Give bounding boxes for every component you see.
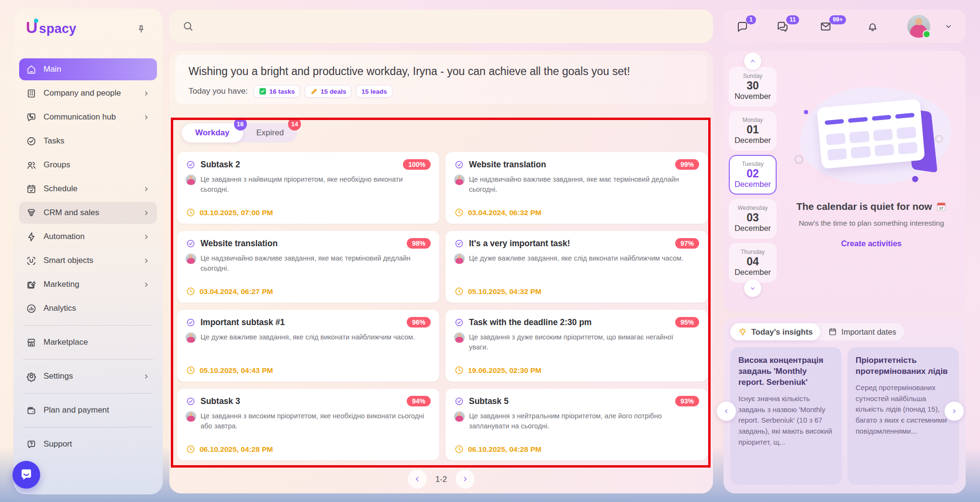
- task-title: Important subtask #1: [200, 317, 402, 327]
- sidebar-item[interactable]: Groups: [19, 154, 157, 176]
- insights-next-button[interactable]: [945, 402, 964, 421]
- date-number: 04: [746, 255, 759, 268]
- calendar-illustration: [791, 82, 960, 189]
- assignee-avatar: [186, 175, 196, 185]
- sidebar-item-label: Tasks: [44, 136, 64, 146]
- insight-card[interactable]: Висока концентрація завдань 'Monthly rep…: [730, 347, 842, 485]
- task-card[interactable]: Website translation 99% Це надзвичайно в…: [445, 152, 708, 224]
- svg-text:17: 17: [939, 206, 944, 210]
- task-check-icon[interactable]: [186, 239, 196, 249]
- bell-icon[interactable]: [866, 20, 879, 33]
- insights-prev-button[interactable]: [717, 402, 736, 421]
- insight-body: Серед протермінованих сутностей найбільш…: [856, 382, 951, 437]
- date-month: December: [735, 224, 771, 233]
- task-check-icon[interactable]: [186, 396, 196, 406]
- insights-tab[interactable]: Today’s insights: [730, 323, 820, 340]
- task-title: Website translation: [200, 239, 402, 249]
- chevron-right-icon: [461, 475, 469, 483]
- chevron-right-icon: [142, 113, 150, 121]
- pin-sidebar-icon[interactable]: [136, 24, 146, 34]
- summary-pill[interactable]: 15 deals: [305, 85, 351, 98]
- task-check-icon[interactable]: [454, 396, 464, 406]
- task-card[interactable]: It's a very important task! 97% Це дуже …: [445, 231, 708, 303]
- sidebar-item[interactable]: Settings: [19, 365, 157, 387]
- sidebar-item[interactable]: Tasks: [19, 130, 157, 152]
- sidebar-item-label: CRM and sales: [44, 208, 99, 218]
- chevron-right-icon: [950, 407, 958, 415]
- task-description: Це завдання з найвищим пріоритетом, яке …: [200, 175, 425, 194]
- sidebar-item[interactable]: CRM and sales: [19, 202, 157, 224]
- task-due-date: 06.10.2025, 04:28 PM: [200, 445, 273, 454]
- sidebar-divider: [23, 359, 153, 360]
- task-check-icon[interactable]: [454, 160, 464, 170]
- date-weekday: Sunday: [743, 73, 763, 79]
- people-icon: [26, 160, 37, 171]
- sidebar-item[interactable]: Support: [19, 433, 157, 455]
- pagination-next-button[interactable]: [456, 469, 475, 489]
- create-activities-link[interactable]: Create activities: [781, 239, 962, 248]
- megaphone-icon: [26, 279, 37, 290]
- task-card[interactable]: Subtask 5 93% Це завдання з нейтральним …: [445, 389, 708, 460]
- date-card[interactable]: Tuesday 02 December: [729, 155, 777, 195]
- task-check-icon[interactable]: [454, 239, 464, 249]
- insights-tab[interactable]: Important dates: [820, 323, 904, 340]
- pagination-prev-button[interactable]: [408, 469, 427, 489]
- task-percent-badge: 93%: [675, 396, 699, 406]
- sidebar-item[interactable]: Automation: [19, 226, 157, 248]
- global-search[interactable]: [169, 10, 713, 43]
- task-check-icon[interactable]: [454, 317, 464, 327]
- task-card[interactable]: Website translation 98% Це надзвичайно в…: [177, 231, 439, 303]
- task-check-icon[interactable]: [186, 160, 196, 170]
- sidebar-item[interactable]: Schedule: [19, 178, 157, 200]
- sidebar-item[interactable]: Plan and payment: [19, 399, 157, 421]
- logo-dot: [34, 19, 38, 23]
- task-due-date: 03.10.2025, 07:00 PM: [200, 208, 273, 217]
- header-actions: 1 11 99+: [724, 10, 966, 43]
- task-description: Це завдання з дуже високим пріоритетом, …: [469, 332, 694, 352]
- task-due-date: 06.10.2025, 04:28 PM: [468, 445, 541, 454]
- summary-pill[interactable]: 15 leads: [356, 85, 392, 98]
- sidebar-item[interactable]: Communication hub: [19, 106, 157, 128]
- chevron-down-icon[interactable]: [944, 22, 953, 31]
- assignee-avatar: [454, 175, 465, 185]
- dates-scroll-down-button[interactable]: [744, 280, 761, 297]
- insights-tab-label: Today’s insights: [751, 327, 813, 337]
- user-avatar[interactable]: [907, 15, 930, 38]
- insight-card[interactable]: Пріоритетність протермінованих лідів Сер…: [847, 347, 959, 485]
- clock-icon: [186, 444, 196, 454]
- date-card[interactable]: Wednesday 03 December: [729, 199, 777, 239]
- dates-scroll-up-button[interactable]: [744, 53, 761, 70]
- calendar-panel: Sunday 30 November Monday 01 December Tu…: [724, 51, 966, 312]
- task-percent-badge: 99%: [675, 159, 699, 170]
- task-card[interactable]: Task with the deadline 2:30 pm 95% Це за…: [445, 310, 708, 382]
- task-card[interactable]: Subtask 3 94% Це завдання з високим пріо…: [177, 389, 439, 460]
- date-card[interactable]: Thursday 04 December: [729, 243, 777, 283]
- analytics-icon: [26, 303, 37, 314]
- dashboard-page: U spacy Main Company and people: [0, 0, 980, 502]
- chevron-right-icon: [142, 209, 150, 217]
- clock-icon: [186, 365, 196, 375]
- sidebar-item[interactable]: Marketplace: [19, 331, 157, 353]
- sidebar-item[interactable]: Analytics: [19, 297, 157, 319]
- lamp-icon: [738, 327, 747, 337]
- sidebar-item[interactable]: Marketing: [19, 273, 157, 295]
- date-card[interactable]: Sunday 30 November: [729, 67, 777, 107]
- summary-pill[interactable]: 16 tasks: [254, 85, 300, 98]
- calendar-empty-title: The calendar is quiet for now 17: [781, 201, 962, 212]
- date-card[interactable]: Monday 01 December: [729, 111, 777, 151]
- support-chat-launcher[interactable]: [12, 461, 40, 489]
- calendar-empty-subtitle: Now's the time to plan something interes…: [781, 219, 962, 228]
- chevron-right-icon: [142, 185, 150, 193]
- gear-icon: [26, 371, 37, 382]
- sidebar-item[interactable]: Smart objects: [19, 250, 157, 272]
- task-check-icon[interactable]: [186, 317, 196, 327]
- tab-expired[interactable]: Expired 14: [243, 123, 298, 142]
- chat-smile-icon: [19, 467, 34, 482]
- task-tabs: Workday 16 Expired 14: [182, 123, 297, 142]
- sidebar-item[interactable]: Company and people: [19, 82, 157, 104]
- tab-workday[interactable]: Workday 16: [182, 123, 243, 142]
- task-card[interactable]: Subtask 2 100% Це завдання з найвищим пр…: [177, 152, 439, 224]
- chevron-down-icon: [749, 284, 757, 292]
- sidebar-item[interactable]: Main: [19, 58, 157, 80]
- task-card[interactable]: Important subtask #1 96% Це дуже важливе…: [177, 310, 439, 382]
